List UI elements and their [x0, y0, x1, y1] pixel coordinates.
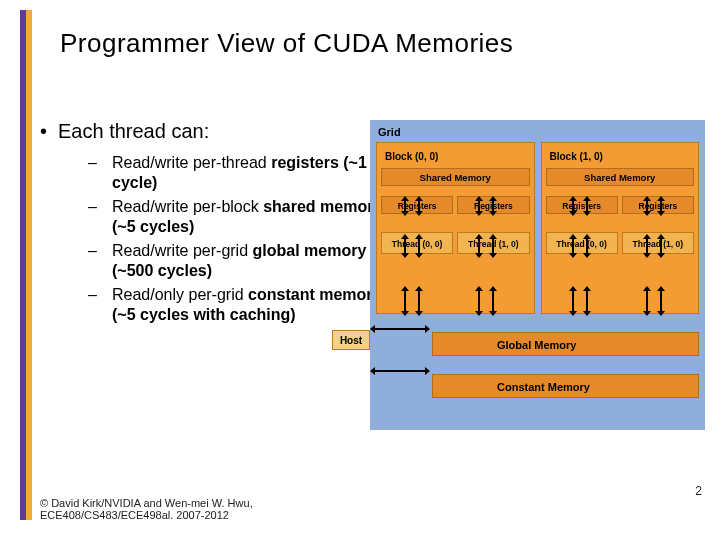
arrow-icon [660, 200, 662, 212]
block-0: Block (0, 0) Shared Memory Registers Reg… [376, 142, 535, 314]
arrow-icon [586, 290, 588, 312]
arrow-icon [646, 238, 648, 254]
arrow-icon [478, 290, 480, 312]
page-number: 2 [695, 484, 702, 498]
arrow-icon [492, 290, 494, 312]
block-label: Block (0, 0) [385, 151, 530, 162]
constant-memory: Constant Memory [432, 374, 699, 398]
sub-item: –Read/only per-grid constant memory (~5 … [88, 285, 398, 325]
arrow-icon [660, 290, 662, 312]
block-label: Block (1, 0) [550, 151, 695, 162]
arrow-icon [418, 200, 420, 212]
top-bullet: •Each thread can: [40, 120, 398, 143]
sub-item: –Read/write per-grid global memory (~500… [88, 241, 398, 281]
cuda-memory-diagram: Grid Block (0, 0) Shared Memory Register… [370, 120, 705, 430]
arrow-icon [572, 200, 574, 212]
arrow-icon [418, 290, 420, 312]
top-bullet-text: Each thread can: [58, 120, 209, 142]
sub-item: –Read/write per-thread registers (~1 cyc… [88, 153, 398, 193]
block-1: Block (1, 0) Shared Memory Registers Reg… [541, 142, 700, 314]
arrow-icon [572, 238, 574, 254]
arrow-icon [646, 200, 648, 212]
arrow-icon [404, 200, 406, 212]
grid-label: Grid [378, 126, 699, 138]
arrow-icon [404, 238, 406, 254]
arrow-icon [374, 370, 426, 372]
registers: Registers [546, 196, 618, 214]
arrow-icon [586, 238, 588, 254]
sublist: –Read/write per-thread registers (~1 cyc… [88, 153, 398, 325]
sub-item: –Read/write per-block shared memory (~5 … [88, 197, 398, 237]
arrow-icon [478, 200, 480, 212]
arrow-icon [492, 200, 494, 212]
copyright-text: © David Kirk/NVIDIA and Wen-mei W. Hwu,E… [40, 497, 253, 522]
bullet-list: •Each thread can: –Read/write per-thread… [40, 120, 398, 329]
shared-memory: Shared Memory [381, 168, 530, 186]
arrow-icon [586, 200, 588, 212]
arrow-icon [374, 328, 426, 330]
arrow-icon [418, 238, 420, 254]
accent-stripe [20, 10, 32, 520]
thread: Thread (0, 0) [546, 232, 618, 254]
arrow-icon [404, 290, 406, 312]
arrow-icon [478, 238, 480, 254]
arrow-icon [572, 290, 574, 312]
host-box: Host [332, 330, 370, 350]
global-memory: Global Memory [432, 332, 699, 356]
arrow-icon [660, 238, 662, 254]
slide-title: Programmer View of CUDA Memories [60, 28, 700, 59]
arrow-icon [646, 290, 648, 312]
shared-memory: Shared Memory [546, 168, 695, 186]
arrow-icon [492, 238, 494, 254]
